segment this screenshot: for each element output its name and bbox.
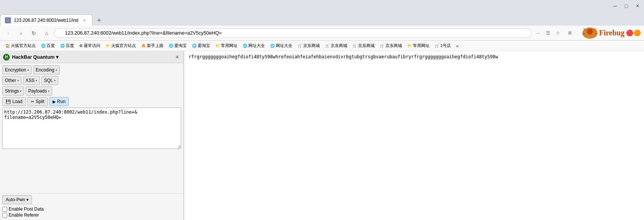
encoding-arrow: ▾ [56,68,57,72]
bookmark-icon-jd1: 🛒 [298,44,302,48]
menu-button[interactable]: ≡ [565,28,575,38]
bookmark-common1[interactable]: 📁 常用网址 [213,42,240,49]
sql-dropdown[interactable]: SQL ▾ [41,76,58,85]
bookmark-label: 爱淘宝 [174,43,187,49]
xss-dropdown[interactable]: XSS ▾ [23,76,40,85]
other-arrow: ▾ [17,79,19,82]
bookmark-jd3[interactable]: 🛒 京东商城 [350,42,377,49]
main-content: H HackBar Quantum ▾ × Encryption ▾ Encod… [0,51,644,220]
bookmark-label: 京东商城 [303,43,320,49]
run-button[interactable]: ▶ Run [49,97,69,106]
hackbar-version-arrow[interactable]: ▾ [56,54,59,60]
tab-close-button[interactable]: × [82,17,88,23]
bookmark-label: 火狐官方站点 [11,43,36,49]
encryption-arrow: ▾ [27,68,29,72]
split-button[interactable]: ✂ Split [27,97,48,106]
bookmark-label: 网址大全 [276,43,292,49]
payloads-arrow: ▾ [48,90,50,93]
bookmark-icon-allurl1: 🌐 [243,44,247,48]
load-icon: 💾 [6,99,11,104]
bookmark-taobao1[interactable]: 🌐 爱淘宝 [166,42,189,49]
url-container [54,28,532,38]
browser-tab[interactable]: 123.206.87.240:8002/web11/ind × [0,14,92,26]
bookmark-icon-baidu2: 🌐 [60,44,65,48]
forward-button[interactable]: › [16,28,26,38]
strings-dropdown[interactable]: Strings ▾ [2,86,24,96]
sql-label: SQL [44,78,53,83]
bookmark-allurl2[interactable]: 🌐 网址大全 [268,42,295,49]
bookmark-icon-jd4: 🛒 [380,44,384,48]
bookmark-frequent[interactable]: ⚙ 最常访问 [77,42,103,49]
firebug-area: Firebug 🔴🟠 [581,26,641,40]
address-bar: ‹ › ↻ ⌂ ··· ☰ ☆ ≡ Firebug 🔴🟠 [0,26,644,41]
window-close-button[interactable]: × [634,3,641,9]
encoding-dropdown[interactable]: Encoding ▾ [33,65,60,74]
minimize-button[interactable]: ─ [612,3,618,9]
enable-post-data-checkbox[interactable] [2,207,7,212]
autopwn-section: Auto-Pwn ▾ Enable Post Data Enable Refer… [0,193,183,220]
bookmark-jd4[interactable]: 🛒 京东商城 [378,42,404,49]
bookmark-icon-frequent: ⚙ [79,44,83,48]
svg-point-0 [6,18,10,22]
enable-referer-checkbox[interactable] [2,213,7,218]
load-button[interactable]: 💾 Load [2,97,26,106]
home-button[interactable]: ⌂ [41,28,52,38]
split-label: Split [36,99,44,104]
tab-bar: 123.206.87.240:8002/web11/ind × + [0,12,644,26]
toolbar-row-1: Encryption ▾ Encoding ▾ [2,65,181,74]
hackbar-panel: H HackBar Quantum ▾ × Encryption ▾ Encod… [0,51,184,220]
bookmarks-bar: 🏠 火狐官方站点 🌐 百度 🌐 百度 ⚙ 最常访问 📁 火狐官方站点 🔥 新手上… [0,41,644,51]
bookmark-label: 京东商城 [385,43,402,49]
autopwn-button[interactable]: Auto-Pwn ▾ [2,195,32,204]
bookmark-huhu2[interactable]: 📁 火狐官方站点 [103,42,138,49]
url-actions: ··· ☰ ☆ [534,29,562,38]
bookmark-huhu[interactable]: 🏠 火狐官方站点 [3,42,38,49]
bookmark-more[interactable]: » [454,43,461,49]
hackbar-logo: H [3,54,10,61]
url-textarea[interactable]: http://123.206.87.240:8002/web11/index.p… [2,108,181,149]
bookmark-label: 百度 [47,43,55,49]
firebug-label: Firebug [599,29,624,37]
bookmark-taobao2[interactable]: 🌐 爱淘宝 [190,42,212,49]
bookmark-label: 最常访问 [84,43,100,49]
bookmark-icon-common1: 📁 [215,44,220,48]
svg-point-2 [587,29,593,35]
bookmark-common2[interactable]: 📁 常用网址 [405,42,432,49]
new-tab-button[interactable]: + [94,15,104,26]
bookmark-icon-taobao2: 🌐 [192,44,197,48]
toolbar-row-2: Other ▾ XSS ▾ SQL ▾ [2,76,181,85]
url-input[interactable] [54,28,532,38]
encryption-dropdown[interactable]: Encryption ▾ [2,65,32,74]
toolbar-row-3: Strings ▾ Payloads ▾ [2,86,181,96]
autopwn-label: Auto-Pwn [6,197,25,202]
bookmark-newuser[interactable]: 🔥 新手上路 [139,42,166,49]
payloads-dropdown[interactable]: Payloads ▾ [26,86,52,96]
payloads-label: Payloads [28,88,47,94]
bookmark-jd2[interactable]: 🛒 京东商城 [323,42,349,49]
hackbar-close-button[interactable]: × [174,54,180,61]
bookmark-label: 百度 [66,43,74,49]
page-text: rfrgrgggggggoaihegfdiofi48ty598whrefeoia… [189,54,498,59]
split-icon: ✂ [31,99,34,104]
hackbar-logo-text: H [5,55,8,59]
reader-view-button[interactable]: ☰ [544,29,553,38]
bookmark-yihaodian[interactable]: 🛒 1号店 [432,42,453,49]
bookmark-allurl1[interactable]: 🌐 网址大全 [240,42,267,49]
bookmark-baidu1[interactable]: 🌐 百度 [39,42,57,49]
bookmark-jd1[interactable]: 🛒 京东商城 [295,42,322,49]
tab-title: 123.206.87.240:8002/web11/ind [14,18,79,23]
run-icon: ▶ [53,99,56,104]
back-button[interactable]: ‹ [3,28,14,38]
xss-label: XSS [26,78,35,83]
firebug-bug-icon [581,26,599,40]
bookmark-label: 京东商城 [358,43,375,49]
bookmark-baidu2[interactable]: 🌐 百度 [58,42,76,49]
bookmark-button[interactable]: ☆ [553,29,562,38]
page-content-area: rfrgrgggggggoaihegfdiofi48ty598whrefeoia… [184,51,644,220]
maximize-button[interactable]: □ [623,3,630,9]
bookmark-icon-jd3: 🛒 [352,44,357,48]
firebug-icons: 🔴🟠 [626,29,641,36]
other-dropdown[interactable]: Other ▾ [2,76,21,85]
refresh-button[interactable]: ↻ [29,28,39,38]
more-options-button[interactable]: ··· [534,29,543,38]
